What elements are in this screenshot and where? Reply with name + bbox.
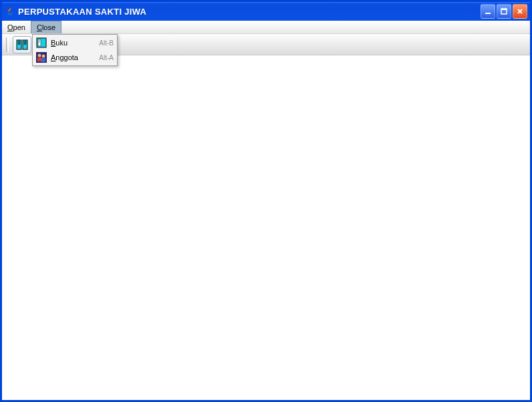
svg-rect-2: [501, 9, 507, 10]
menu-close-underline: C: [37, 23, 42, 31]
window-controls: [481, 4, 527, 19]
menu-close[interactable]: Close: [31, 21, 61, 33]
toolbar-book-button[interactable]: [13, 36, 31, 53]
menu-item-buku[interactable]: Buku Alt-B: [33, 35, 116, 50]
menubar: Open Close: [2, 21, 530, 34]
minimize-button[interactable]: [481, 4, 495, 19]
svg-point-20: [42, 55, 45, 58]
application-window: PERPUSTAKAAN SAKTI JIWA Open Close: [0, 0, 532, 402]
maximize-button[interactable]: [497, 4, 511, 19]
menu-item-buku-shortcut: Alt-B: [99, 39, 114, 47]
menu-item-anggota-label: Anggota: [51, 53, 95, 61]
titlebar[interactable]: PERPUSTAKAAN SAKTI JIWA: [2, 2, 530, 21]
menu-open[interactable]: Open: [2, 21, 31, 33]
svg-point-18: [38, 54, 41, 57]
content-area: [2, 55, 530, 400]
close-window-button[interactable]: [513, 4, 527, 19]
svg-rect-0: [485, 13, 491, 14]
svg-rect-14: [38, 39, 41, 46]
menu-open-underline: O: [7, 23, 13, 31]
menu-open-rest: pen: [13, 23, 25, 31]
svg-rect-21: [41, 58, 45, 62]
menu-item-anggota-shortcut: Alt-A: [99, 54, 114, 61]
window-title: PERPUSTAKAAN SAKTI JIWA: [18, 7, 481, 17]
svg-rect-19: [37, 57, 41, 61]
toolbar-handle[interactable]: [6, 37, 9, 52]
member-icon: [36, 52, 47, 63]
dropdown-menu-close: Buku Alt-B Anggota Alt-A: [32, 34, 118, 66]
menu-item-anggota[interactable]: Anggota Alt-A: [33, 50, 116, 65]
book-icon: [36, 37, 47, 48]
book-columns-icon: [16, 39, 28, 51]
toolbar: Buku Alt-B Anggota Alt-A: [2, 34, 530, 55]
menu-close-rest: lose: [42, 23, 55, 31]
menu-item-buku-label: Buku: [51, 39, 95, 47]
java-icon: [5, 6, 15, 17]
